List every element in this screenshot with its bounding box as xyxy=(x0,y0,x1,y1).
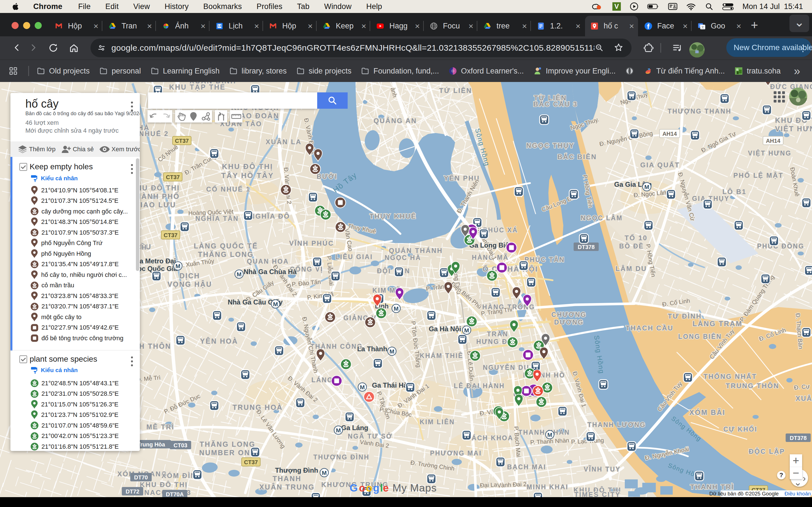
svg-text:CỔ NHUẾ 1: CỔ NHUẾ 1 xyxy=(206,185,251,193)
svg-text:QUÁN THÁNH: QUÁN THÁNH xyxy=(389,247,443,255)
svg-text:CỰ KHỐI: CỰ KHỐI xyxy=(723,425,758,433)
svg-text:BÁCH KHOA: BÁCH KHOA xyxy=(466,434,513,442)
svg-text:BỒ ĐỀ: BỒ ĐỀ xyxy=(619,242,644,250)
svg-text:BẠCH MAI: BẠCH MAI xyxy=(507,463,546,471)
svg-text:o: o xyxy=(366,482,372,494)
svg-text:THANH LƯƠNG: THANH LƯƠNG xyxy=(587,421,646,429)
svg-text:GIA QUẤT: GIA QUẤT xyxy=(640,161,680,169)
svg-text:e: e xyxy=(383,482,389,494)
svg-text:XUÂN LA: XUÂN LA xyxy=(266,138,302,146)
svg-text:THẠCH CẦU: THẠCH CẦU xyxy=(626,324,673,332)
svg-text:LÁNG: LÁNG xyxy=(311,376,333,384)
svg-text:THÀNH CÔNG: THÀNH CÔNG xyxy=(310,342,363,350)
svg-text:M: M xyxy=(273,301,278,307)
svg-text:TỨ LIÊN: TỨ LIÊN xyxy=(439,87,472,94)
svg-text:Trung Hòa: Trung Hòa xyxy=(137,441,165,448)
svg-text:VỌNG HẬU: VỌNG HẬU xyxy=(167,280,212,288)
svg-text:My Maps: My Maps xyxy=(393,482,437,494)
svg-text:NGÃ TƯ SỞ: NGÃ TƯ SỞ xyxy=(348,432,393,440)
svg-text:XUÂN ĐỈNH: XUÂN ĐỈNH xyxy=(190,82,236,85)
svg-text:Ga Láng: Ga Láng xyxy=(341,424,368,432)
svg-text:NGỌC HÀ: NGỌC HÀ xyxy=(385,254,421,262)
svg-text:CT03: CT03 xyxy=(174,442,188,448)
svg-text:Ga Thái Hà: Ga Thái Hà xyxy=(372,381,407,389)
svg-text:G: G xyxy=(350,482,358,494)
svg-text:THỤY KHUÊ: THỤY KHUÊ xyxy=(370,212,417,220)
svg-text:CT37: CT37 xyxy=(244,459,258,465)
svg-text:o: o xyxy=(359,482,365,494)
svg-text:VĨNH PHÚC: VĨNH PHÚC xyxy=(289,239,334,247)
svg-text:THĂNG LONG: THĂNG LONG xyxy=(198,250,254,258)
svg-text:Đ. Cự: Đ. Cự xyxy=(794,383,810,391)
svg-text:AH14: AH14 xyxy=(662,131,677,137)
svg-text:CHƯƠNG: CHƯƠNG xyxy=(552,311,587,318)
svg-text:M: M xyxy=(360,384,365,390)
svg-text:MỄ TRÌ: MỄ TRÌ xyxy=(146,423,174,431)
svg-text:Thượng Đình: Thượng Đình xyxy=(275,466,318,474)
svg-text:TƯ ĐÌNH: TƯ ĐÌNH xyxy=(668,313,702,320)
svg-text:TRẦN: TRẦN xyxy=(487,330,508,338)
svg-text:M: M xyxy=(394,305,399,312)
svg-text:M: M xyxy=(389,348,395,355)
svg-text:THANH: THANH xyxy=(273,474,302,483)
svg-text:THANH TRÌ: THANH TRÌ xyxy=(690,483,734,491)
svg-text:l: l xyxy=(380,482,383,494)
svg-text:ĐỘC LẬP: ĐỘC LẬP xyxy=(749,448,785,455)
svg-text:La Thành: La Thành xyxy=(357,345,388,353)
svg-text:TIMES CITY: TIMES CITY xyxy=(574,491,621,497)
svg-text:LÀNG QUỐC TẾ: LÀNG QUỐC TẾ xyxy=(194,242,258,250)
svg-text:VIỆT HƯNG: VIỆT HƯNG xyxy=(748,149,792,157)
svg-text:TRUNG THÔN: TRUNG THÔN xyxy=(726,382,779,390)
svg-text:NGỌC THỤY: NGỌC THỤY xyxy=(526,142,574,149)
svg-text:NGHĨA ĐÔ: NGHĨA ĐÔ xyxy=(250,212,290,220)
svg-text:XUÂN TRUNG: XUÂN TRUNG xyxy=(259,483,315,491)
svg-text:THỐNG NHẤT: THỐNG NHẤT xyxy=(703,373,757,380)
svg-text:VIỆT HƯNG: VIỆT HƯNG xyxy=(775,124,812,133)
svg-text:Ga Metro Đại: Ga Metro Đại xyxy=(134,257,176,265)
svg-text:DT70A: DT70A xyxy=(166,491,184,497)
svg-text:VĨNH TUY: VĨNH TUY xyxy=(583,465,620,473)
svg-text:LÂM DU: LÂM DU xyxy=(615,265,647,272)
svg-text:TỪ LIÊN: TỪ LIÊN xyxy=(534,94,567,102)
svg-text:DT70: DT70 xyxy=(134,474,148,481)
svg-text:KIM LIÊN: KIM LIÊN xyxy=(420,418,455,426)
svg-text:CT37: CT37 xyxy=(175,138,189,144)
svg-text:BẮC BIÊN: BẮC BIÊN xyxy=(557,153,597,161)
svg-text:QUẢNG AN: QUẢNG AN xyxy=(373,117,417,124)
svg-text:XÓM BÃI: XÓM BÃI xyxy=(689,408,725,416)
svg-text:THĂNG LONG: THĂNG LONG xyxy=(200,440,255,448)
svg-text:YÊN HOÀ: YÊN HOÀ xyxy=(200,337,238,345)
svg-text:GIAO LƯU: GIAO LƯU xyxy=(134,201,176,209)
svg-text:AH14: AH14 xyxy=(766,138,780,144)
svg-text:KHU ĐÔ THỊ: KHU ĐÔ THỊ xyxy=(140,481,188,489)
svg-text:PHỐ LỆ MẬT: PHỐ LỆ MẬT xyxy=(733,172,783,179)
svg-text:PHÚC TÂN: PHÚC TÂN xyxy=(525,256,565,263)
svg-text:DỊCH: DỊCH xyxy=(179,272,200,280)
svg-text:M: M xyxy=(237,271,242,277)
svg-text:THANH NHÀN: THANH NHÀN xyxy=(518,429,570,436)
svg-text:NUMBER ONE: NUMBER ONE xyxy=(199,449,256,457)
svg-text:文: 文 xyxy=(701,25,704,29)
svg-text:M: M xyxy=(322,469,327,476)
svg-text:LONG BIÊN: LONG BIÊN xyxy=(678,333,722,340)
svg-text:Đại La: Đại La xyxy=(480,481,497,489)
svg-text:g: g xyxy=(373,482,379,494)
svg-text:BƯỞI: BƯỞI xyxy=(317,172,338,180)
svg-text:CT37: CT37 xyxy=(166,174,180,180)
svg-text:LÔ B1: LÔ B1 xyxy=(722,188,747,195)
svg-text:PHÚC ĐỒNG: PHÚC ĐỒNG xyxy=(757,242,804,250)
svg-text:DT72: DT72 xyxy=(126,489,140,495)
svg-text:M: M xyxy=(464,327,469,334)
svg-text:KHU ĐÔ THỊ: KHU ĐÔ THỊ xyxy=(222,162,273,171)
svg-text:PHƯƠNG MAI: PHƯƠNG MAI xyxy=(430,450,482,457)
svg-text:M: M xyxy=(547,432,552,438)
svg-text:NGUYỄN DU: NGUYỄN DU xyxy=(483,363,529,371)
svg-text:Nhà Ga Chùa Hà: Nhà Ga Chùa Hà xyxy=(244,268,297,276)
svg-text:DT378: DT378 xyxy=(790,435,807,441)
svg-text:TỔ 10: TỔ 10 xyxy=(624,234,648,242)
svg-text:THƯỢNG THANH: THƯỢNG THANH xyxy=(668,108,732,115)
svg-text:DT378: DT378 xyxy=(578,244,595,250)
svg-text:LÀNG TRẠM: LÀNG TRẠM xyxy=(693,320,743,328)
svg-text:XUÂN: XUÂN xyxy=(796,395,812,402)
svg-text:M: M xyxy=(175,263,181,269)
